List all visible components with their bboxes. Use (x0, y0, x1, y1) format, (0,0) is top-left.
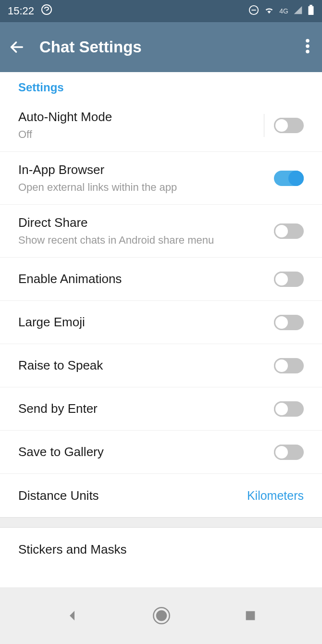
setting-title: In-App Browser (18, 162, 274, 177)
nav-back-button[interactable] (65, 608, 79, 623)
network-label: 4G (279, 7, 288, 15)
toggle-large-emoji[interactable] (274, 315, 304, 330)
wifi-icon (264, 5, 274, 17)
toggle-auto-night[interactable] (274, 118, 304, 133)
setting-send-by-enter[interactable]: Send by Enter (0, 387, 322, 431)
whatsapp-icon (41, 4, 52, 18)
signal-icon (293, 5, 303, 17)
toggle-in-app-browser[interactable] (274, 171, 304, 186)
setting-title: Enable Animations (18, 272, 274, 286)
setting-distance-units[interactable]: Distance Units Kilometers (0, 474, 322, 517)
toggle-raise-to-speak[interactable] (274, 358, 304, 373)
setting-value: Kilometers (247, 489, 304, 503)
more-menu-button[interactable] (302, 35, 313, 59)
battery-icon (308, 5, 314, 17)
svg-rect-11 (246, 611, 255, 620)
setting-direct-share[interactable]: Direct Share Show recent chats in Androi… (0, 205, 322, 258)
setting-title: Send by Enter (18, 401, 274, 416)
toggle-direct-share[interactable] (274, 223, 304, 239)
setting-title: Large Emoji (18, 315, 274, 330)
nav-home-button[interactable] (152, 606, 171, 625)
section-header-settings: Settings (0, 72, 322, 99)
app-bar: Chat Settings (0, 22, 322, 72)
setting-title: Distance Units (18, 488, 247, 503)
svg-point-8 (306, 50, 310, 54)
toggle-enable-animations[interactable] (274, 272, 304, 287)
back-button[interactable] (9, 39, 25, 55)
svg-point-6 (306, 39, 310, 43)
svg-point-0 (42, 5, 51, 14)
setting-stickers-masks[interactable]: Stickers and Masks (0, 528, 322, 571)
status-time: 15:22 (8, 5, 34, 17)
setting-in-app-browser[interactable]: In-App Browser Open external links withi… (0, 152, 322, 205)
setting-raise-to-speak[interactable]: Raise to Speak (0, 344, 322, 387)
setting-auto-night-mode[interactable]: Auto-Night Mode Off (0, 99, 322, 152)
setting-title: Auto-Night Mode (18, 110, 259, 124)
svg-point-10 (157, 611, 166, 620)
section-divider (0, 517, 322, 528)
svg-rect-4 (310, 5, 312, 6)
svg-rect-3 (309, 6, 314, 15)
setting-subtitle: Open external links within the app (18, 181, 274, 194)
setting-title: Raise to Speak (18, 358, 274, 373)
setting-title: Direct Share (18, 215, 274, 230)
setting-subtitle: Off (18, 128, 259, 141)
setting-save-to-gallery[interactable]: Save to Gallery (0, 431, 322, 474)
nav-recent-button[interactable] (244, 609, 257, 622)
toggle-save-to-gallery[interactable] (274, 445, 304, 460)
setting-title: Save to Gallery (18, 445, 274, 459)
status-bar: 15:22 4G (0, 0, 322, 22)
navigation-bar (0, 587, 322, 644)
toggle-send-by-enter[interactable] (274, 401, 304, 417)
setting-large-emoji[interactable]: Large Emoji (0, 301, 322, 344)
setting-enable-animations[interactable]: Enable Animations (0, 258, 322, 301)
do-not-disturb-icon (248, 5, 259, 17)
setting-title: Stickers and Masks (18, 542, 304, 557)
setting-subtitle: Show recent chats in Android share menu (18, 234, 274, 247)
divider (264, 114, 264, 137)
page-title: Chat Settings (39, 38, 302, 56)
content-area: Settings Auto-Night Mode Off In-App Brow… (0, 72, 322, 587)
svg-point-7 (306, 44, 310, 48)
